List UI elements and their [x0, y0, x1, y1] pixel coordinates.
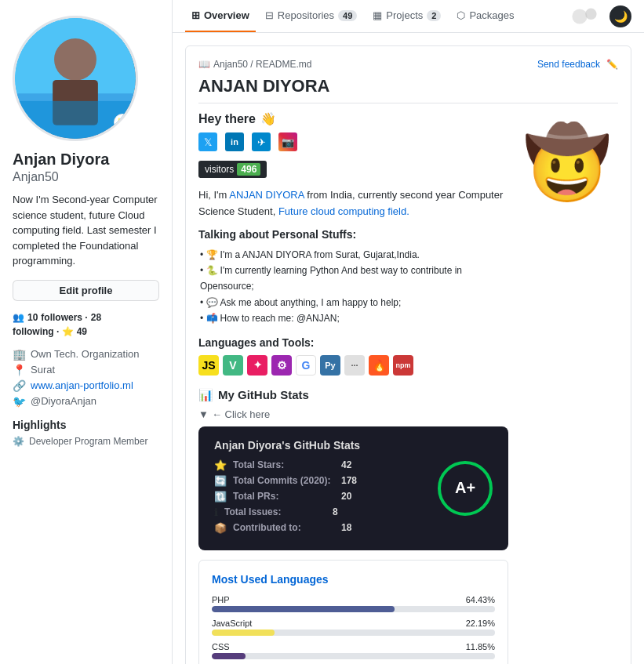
- prs-value: 20: [341, 491, 351, 502]
- stats-row: 👥 10 followers · 28 following · ⭐ 49: [13, 312, 159, 337]
- lang-tools-title: Languages and Tools:: [198, 336, 508, 349]
- user-bio: Now I'm Second-year Computer science stu…: [13, 192, 159, 269]
- highlight-icon: ⚙️: [13, 436, 24, 447]
- contributed-icon: 📦: [214, 522, 227, 534]
- php-percent: 64.43%: [466, 595, 495, 604]
- twitter-link[interactable]: 𝕏: [198, 132, 217, 151]
- prs-icon: 🔃: [214, 491, 227, 503]
- user-name: Anjan Diyora: [13, 151, 159, 169]
- followers-icon: 👥: [13, 312, 24, 323]
- issues-label: Total Issues:: [224, 506, 326, 517]
- contributed-value: 18: [341, 522, 351, 533]
- php-bar: [212, 606, 395, 612]
- svg-point-2: [54, 38, 96, 81]
- commits-value: 178: [341, 475, 357, 486]
- projects-icon: ▦: [373, 9, 382, 21]
- click-here[interactable]: ▼ ← Click here: [198, 408, 508, 420]
- readme-left: Hey there 👋 𝕏 in ✈ 📷 visitors 496: [198, 111, 508, 664]
- instagram-link[interactable]: 📷: [278, 132, 297, 151]
- meta-location: 📍Surat: [13, 364, 159, 376]
- name-highlight: ANJAN DIYORA: [229, 189, 304, 201]
- projects-badge: 2: [427, 10, 441, 21]
- stat-row-stars: ⭐ Total Stars: 42: [214, 459, 425, 471]
- highlight-text: Developer Program Member: [29, 436, 147, 447]
- user-handle: Anjan50: [13, 170, 159, 184]
- org-icon: 🏢: [13, 348, 26, 361]
- tab-projects[interactable]: ▦ Projects 2: [366, 0, 447, 32]
- prs-label: Total PRs:: [233, 491, 335, 502]
- triangle-icon: ▼: [198, 408, 209, 420]
- star-label: Total Stars:: [233, 459, 335, 470]
- readme-actions: Send feedback ✏️: [537, 59, 618, 70]
- lang-bar-js: JavaScript 22.19%: [212, 619, 495, 636]
- lang-icons: JS V ✦ ⚙ G Py ··· 🔥 npm: [198, 355, 508, 376]
- issues-icon: ℹ: [214, 506, 218, 518]
- php-label: PHP: [212, 595, 230, 604]
- followers-count: 10: [27, 312, 38, 323]
- lang-bar-css: CSS 11.85%: [212, 642, 495, 659]
- icon-vue: V: [223, 355, 243, 376]
- location-icon: 📍: [13, 364, 26, 376]
- visitors-count: 496: [237, 163, 260, 176]
- edit-profile-button[interactable]: Edit profile: [13, 280, 159, 301]
- highlight-item: ⚙️ Developer Program Member: [13, 436, 159, 447]
- bullet-list: 🏆I'm a ANJAN DIYORA from Surat, Gujarat,…: [198, 247, 508, 327]
- js-percent: 22.19%: [466, 619, 495, 628]
- star-value: 42: [341, 459, 351, 470]
- contributed-label: Contributed to:: [233, 522, 335, 533]
- visitors-label: visitors: [205, 164, 234, 175]
- chart-icon: 📊: [198, 388, 213, 402]
- character-emoji: 🤠: [523, 127, 611, 198]
- social-icons: 𝕏 in ✈ 📷: [198, 132, 508, 151]
- grade-circle: A+: [438, 461, 493, 516]
- commits-label: Total Commits (2020):: [233, 475, 335, 486]
- theme-toggle-button[interactable]: 🌙: [609, 5, 631, 27]
- star-icon: ⭐: [214, 459, 227, 471]
- mascot-svg: 🐙: [567, 2, 605, 31]
- readme-title: ANJAN DIYORA: [198, 76, 618, 103]
- css-percent: 11.85%: [466, 642, 495, 651]
- repos-badge: 49: [338, 10, 357, 21]
- icon-dot1: ···: [344, 355, 365, 376]
- svg-point-5: [572, 9, 587, 24]
- bullet-3: 💬Ask me about anything, I am happy to he…: [198, 295, 508, 310]
- website-link[interactable]: www.anjan-portfolio.ml: [31, 379, 133, 391]
- stars-count: 49: [77, 326, 87, 337]
- icon-js: JS: [198, 355, 219, 376]
- readme-header: 📖 Anjan50 / README.md Send feedback ✏️: [198, 59, 618, 70]
- icon-angular: ✦: [247, 355, 267, 376]
- stat-row-prs: 🔃 Total PRs: 20: [214, 491, 425, 503]
- readme-body: Hey there 👋 𝕏 in ✈ 📷 visitors 496: [198, 111, 618, 664]
- lang-bar-php: PHP 64.43%: [212, 595, 495, 612]
- svg-point-6: [585, 8, 596, 19]
- tab-packages[interactable]: ⬡ Packages: [450, 0, 520, 32]
- field-highlight: Future cloud computing field.: [278, 205, 409, 217]
- bullet-2: 🐍I'm currently learning Python And best …: [198, 263, 508, 295]
- meta-twitter: 🐦@DiyoraAnjan: [13, 395, 159, 408]
- twitter-meta-icon: 🐦: [13, 395, 26, 408]
- nav-mascot: 🐙 🌙: [567, 2, 631, 31]
- bullet-1: 🏆I'm a ANJAN DIYORA from Surat, Gujarat,…: [198, 247, 508, 263]
- commits-icon: 🔄: [214, 475, 227, 487]
- nav-tabs: ⊞ Overview ⊟ Repositories 49 ▦ Projects …: [173, 0, 644, 33]
- stat-row-issues: ℹ Total Issues: 8: [214, 506, 425, 518]
- tab-repositories[interactable]: ⊟ Repositories 49: [259, 0, 364, 32]
- edit-icon[interactable]: ✏️: [606, 59, 618, 70]
- book-icon: 📖: [198, 59, 210, 70]
- meta-list: 🏢Own Tech. Organization 📍Surat 🔗www.anja…: [13, 348, 159, 408]
- stats-section-title: 📊 My GitHub Stats: [198, 388, 508, 402]
- send-feedback-link[interactable]: Send feedback: [537, 59, 600, 70]
- following-count: 28: [91, 312, 101, 323]
- linkedin-link[interactable]: in: [225, 132, 244, 151]
- avatar-badge: 🔰: [114, 114, 131, 131]
- tab-overview[interactable]: ⊞ Overview: [185, 0, 256, 32]
- overview-icon: ⊞: [191, 9, 200, 21]
- css-bar: [212, 653, 246, 659]
- meta-website[interactable]: 🔗www.anjan-portfolio.ml: [13, 379, 159, 392]
- icon-google: G: [296, 355, 316, 376]
- telegram-link[interactable]: ✈: [252, 132, 271, 151]
- icon-python: Py: [320, 355, 340, 376]
- bullet-4: 📫How to reach me: @ANJAN;: [198, 310, 508, 326]
- js-bar: [212, 630, 275, 636]
- avatar: 🔰: [13, 16, 138, 141]
